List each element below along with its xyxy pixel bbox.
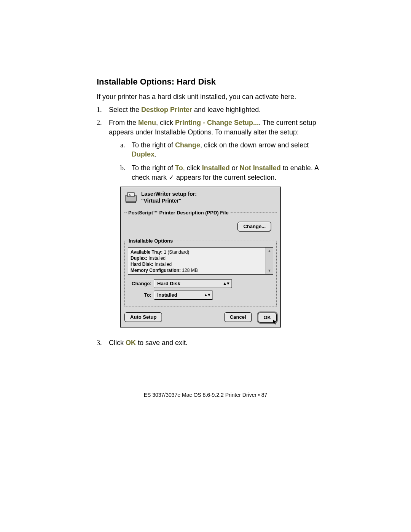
desktop-printer-term: Destkop Printer: [141, 106, 192, 113]
to-label: To:: [128, 292, 151, 299]
intro-text: If your printer has a hard disk unit ins…: [97, 92, 335, 101]
substep-letter: a.: [120, 141, 128, 159]
cursor-icon: [273, 320, 278, 325]
installed-term: Installed: [202, 164, 230, 172]
popup-arrows-icon: ▲▼: [204, 292, 210, 298]
svg-marker-4: [273, 320, 277, 324]
scroll-up-icon[interactable]: ▲: [268, 248, 271, 254]
step-2a: a. To the right of Change, click on the …: [120, 141, 335, 159]
laserwriter-setup-dialog: & LaserWriter setup for: "Virtual Printe…: [120, 187, 281, 328]
dialog-titlebar: & LaserWriter setup for: "Virtual Printe…: [124, 190, 277, 206]
step-1: 1. Select the Destkop Printer and leave …: [97, 105, 335, 114]
step-2: 2. From the Menu, click Printing - Chang…: [97, 118, 335, 334]
dialog-title: LaserWriter setup for: "Virtual Printer": [141, 191, 197, 204]
menu-term: Menu: [138, 119, 156, 126]
step-text: From the Menu, click Printing - Change S…: [109, 118, 335, 334]
step-3: 3. Click OK to save and exit.: [97, 338, 335, 347]
page-footer: ES 3037/3037e Mac OS 8.6-9.2.2 Printer D…: [0, 391, 411, 399]
popup-arrows-icon: ▲▼: [223, 281, 229, 286]
change-popup[interactable]: Hard Disk ▲▼: [154, 279, 232, 288]
to-popup[interactable]: Installed ▲▼: [154, 291, 213, 300]
change-popup-value: Hard Disk: [157, 280, 180, 287]
cancel-button[interactable]: Cancel: [224, 312, 252, 322]
ppd-legend: PostScript™ Printer Description (PPD) Fi…: [127, 209, 230, 216]
options-scrollbar[interactable]: ▲ ▼: [266, 247, 273, 275]
change-setup-term: Change Setup...: [207, 119, 259, 126]
ok-term: OK: [126, 339, 136, 347]
step-text: Click OK to save and exit.: [109, 338, 188, 347]
change-term: Change: [175, 141, 200, 149]
duplex-term: Duplex: [132, 150, 155, 158]
list-item: Available Tray: 1 (Standard): [131, 249, 263, 255]
list-item: Memory Configuration: 128 MB: [131, 267, 263, 273]
printing-term: Printing: [175, 119, 201, 126]
svg-text:&: &: [129, 193, 131, 197]
section-heading: Installable Options: Hard Disk: [97, 76, 335, 88]
change-label: Change:: [128, 280, 151, 287]
ppd-groupbox: PostScript™ Printer Description (PPD) Fi…: [124, 212, 277, 235]
substep-text: To the right of Change, click on the dow…: [132, 141, 335, 159]
ppd-change-button[interactable]: Change...: [237, 222, 271, 232]
not-installed-term: Not Installed: [240, 164, 281, 172]
substep-text: To the right of To, click Installed or N…: [132, 163, 335, 182]
options-listbox[interactable]: Available Tray: 1 (Standard) Duplex: Ins…: [128, 247, 273, 275]
scroll-down-icon[interactable]: ▼: [268, 268, 271, 273]
list-item: Hard Disk: Installed: [131, 261, 263, 267]
step-text: Select the Destkop Printer and leave hig…: [109, 105, 261, 114]
step-number: 1.: [97, 105, 105, 114]
list-item: Duplex: Installed: [131, 255, 263, 261]
dialog-title-line1: LaserWriter setup for:: [141, 191, 197, 198]
installable-options-legend: Installable Options: [127, 238, 174, 244]
dialog-button-row: Auto Setup Cancel OK: [124, 312, 277, 323]
dialog-title-line2: "Virtual Printer": [141, 198, 197, 204]
change-popup-row: Change: Hard Disk ▲▼: [128, 279, 273, 288]
to-term: To: [175, 164, 183, 172]
options-list-content: Available Tray: 1 (Standard) Duplex: Ins…: [128, 247, 266, 275]
printer-icon: &: [124, 192, 137, 203]
step-number: 3.: [97, 338, 105, 347]
step-2b: b. To the right of To, click Installed o…: [120, 163, 335, 182]
substep-letter: b.: [120, 163, 128, 182]
installable-options-groupbox: Installable Options Available Tray: 1 (S…: [124, 241, 277, 307]
to-popup-row: To: Installed ▲▼: [128, 291, 273, 300]
svg-rect-2: [126, 201, 136, 203]
step-number: 2.: [97, 118, 105, 334]
to-popup-value: Installed: [157, 292, 177, 299]
auto-setup-button[interactable]: Auto Setup: [124, 312, 162, 322]
